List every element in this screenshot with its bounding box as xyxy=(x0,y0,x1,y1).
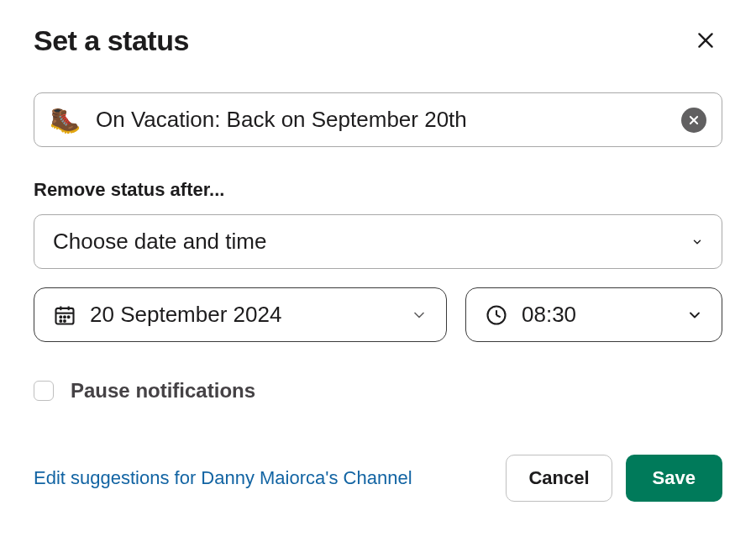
date-picker[interactable]: 20 September 2024 xyxy=(34,287,447,342)
time-value: 08:30 xyxy=(522,302,576,328)
chevron-down-icon xyxy=(411,307,428,324)
remove-after-select[interactable]: Choose date and time xyxy=(34,214,722,269)
pause-notifications-checkbox[interactable] xyxy=(34,381,54,401)
dialog-title: Set a status xyxy=(34,24,189,57)
remove-after-label: Remove status after... xyxy=(34,179,722,201)
close-icon xyxy=(695,29,717,51)
edit-suggestions-link[interactable]: Edit suggestions for Danny Maiorca's Cha… xyxy=(34,467,412,489)
remove-after-select-text: Choose date and time xyxy=(53,229,266,255)
x-icon xyxy=(688,114,700,126)
status-input[interactable]: 🥾 On Vacation: Back on September 20th xyxy=(34,92,722,147)
calendar-icon xyxy=(53,303,76,327)
status-text: On Vacation: Back on September 20th xyxy=(96,107,666,133)
svg-line-15 xyxy=(496,315,501,317)
svg-point-12 xyxy=(64,320,66,322)
close-button[interactable] xyxy=(689,24,722,57)
pause-notifications-label: Pause notifications xyxy=(71,379,255,403)
save-button[interactable]: Save xyxy=(626,455,722,502)
svg-point-8 xyxy=(60,316,61,318)
svg-point-10 xyxy=(68,316,70,318)
time-picker[interactable]: 08:30 xyxy=(465,287,722,342)
chevron-down-icon xyxy=(691,236,703,248)
chevron-down-icon xyxy=(686,307,703,324)
svg-point-11 xyxy=(60,320,61,322)
status-emoji-icon[interactable]: 🥾 xyxy=(50,105,81,134)
svg-point-9 xyxy=(64,316,66,318)
clear-status-button[interactable] xyxy=(681,108,706,133)
cancel-button[interactable]: Cancel xyxy=(506,455,612,502)
date-value: 20 September 2024 xyxy=(90,302,281,328)
clock-icon xyxy=(485,303,508,327)
